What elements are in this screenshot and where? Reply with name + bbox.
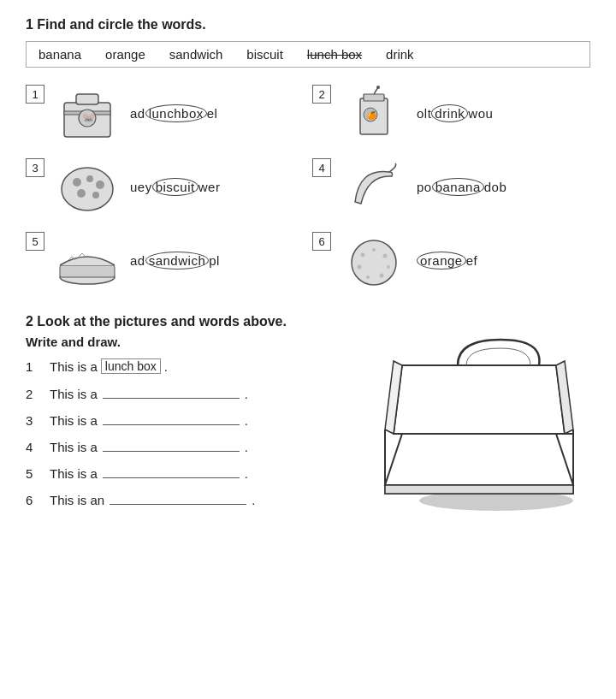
item-word-3: ueybiscuitwer [130, 178, 220, 196]
write-line-4: 4 This is a . [26, 438, 351, 454]
line-suffix-6: . [252, 493, 255, 507]
svg-point-15 [77, 189, 86, 198]
svg-rect-2 [76, 94, 98, 104]
svg-point-21 [372, 248, 376, 252]
answer-4[interactable] [103, 438, 240, 452]
item-image-2: 🍊 [340, 83, 408, 143]
word-bank: banana orange sandwich biscuit lunch box… [26, 41, 590, 68]
exercise-item-6: 6 orangeef [312, 230, 590, 290]
line-prefix-4: This is a [50, 440, 98, 454]
line-label-6: 6 [26, 493, 46, 507]
svg-rect-18 [60, 265, 115, 277]
item-image-1: 🐭 [53, 83, 121, 143]
line-label-4: 4 [26, 440, 46, 454]
item-word-5: adsandwichpl [130, 252, 220, 270]
item-word-2: oltdrinkwou [417, 104, 493, 122]
item-word-4: pobananadob [417, 178, 506, 196]
word-drink: drink [386, 47, 414, 62]
item-number-1: 1 [26, 85, 44, 104]
exercise-item-5: 5 adsandwichpl [26, 230, 304, 290]
answer-6[interactable] [110, 491, 246, 505]
item-number-4: 4 [312, 158, 331, 177]
svg-point-16 [92, 192, 99, 198]
line-label-3: 3 [26, 413, 46, 428]
write-line-6: 6 This is an . [26, 491, 351, 507]
answer-2[interactable] [103, 385, 240, 399]
item-word-1: adlunchboxel [130, 104, 217, 122]
word-biscuit: biscuit [246, 47, 283, 62]
item-number-2: 2 [312, 85, 331, 104]
svg-point-23 [387, 265, 390, 269]
svg-point-22 [383, 253, 388, 258]
svg-point-11 [62, 168, 113, 210]
line-label-1: 1 [26, 359, 46, 374]
section2-title: 2 Look at the pictures and words above. [26, 314, 351, 329]
svg-text:🐭: 🐭 [82, 111, 95, 124]
exercise-item-4: 4 pobananadob [312, 157, 590, 216]
line-suffix-1: . [164, 359, 168, 374]
word-lunchbox: lunch box [307, 47, 362, 62]
word-banana: banana [38, 47, 81, 62]
item-number-6: 6 [312, 232, 331, 251]
line-suffix-3: . [245, 413, 248, 428]
svg-point-25 [366, 275, 370, 279]
exercise-item-1: 1 🐭 adlunchboxel [26, 83, 304, 143]
section2-subtitle: Write and draw. [26, 335, 351, 349]
line-prefix-2: This is a [50, 387, 98, 401]
svg-point-12 [73, 178, 81, 187]
svg-text:🍊: 🍊 [367, 110, 377, 121]
section1-title: 1 Find and circle the words. [26, 17, 590, 33]
write-line-5: 5 This is a . [26, 465, 351, 481]
svg-point-20 [361, 252, 365, 257]
svg-point-8 [376, 86, 380, 89]
line-suffix-4: . [245, 440, 248, 454]
write-line-2: 2 This is a . [26, 385, 351, 401]
item-image-3 [53, 157, 121, 216]
item-number-5: 5 [26, 232, 44, 251]
exercise-item-2: 2 🍊 oltdrinkwou [312, 83, 590, 143]
line-suffix-2: . [245, 387, 248, 401]
svg-rect-6 [364, 94, 384, 101]
word-sandwich: sandwich [169, 47, 223, 62]
exercise-item-3: 3 ueybiscuitwer [26, 157, 304, 216]
line-suffix-5: . [245, 466, 248, 481]
item-image-4 [340, 157, 408, 216]
line-prefix-1: This is a [50, 359, 98, 374]
svg-marker-28 [385, 434, 573, 485]
write-line-1: 1 This is a lunch box . [26, 359, 351, 375]
write-line-3: 3 This is a . [26, 412, 351, 428]
svg-point-19 [352, 240, 396, 285]
section2-left: 2 Look at the pictures and words above. … [26, 314, 351, 518]
section1: 1 Find and circle the words. banana oran… [26, 17, 590, 290]
lunchbox-illustration [368, 314, 590, 511]
line-label-2: 2 [26, 387, 46, 401]
item-word-6: orangeef [417, 252, 477, 270]
line-prefix-3: This is a [50, 413, 98, 428]
item-image-6 [340, 230, 408, 290]
answer-3[interactable] [103, 412, 240, 425]
line-prefix-6: This is an [50, 493, 104, 507]
svg-point-13 [86, 175, 93, 182]
svg-point-26 [358, 264, 362, 269]
answer-1[interactable]: lunch box [101, 358, 161, 374]
item-number-3: 3 [26, 158, 44, 177]
exercise-grid: 1 🐭 adlunchboxel 2 [26, 83, 590, 290]
svg-point-24 [380, 273, 384, 277]
line-prefix-5: This is a [50, 466, 98, 481]
item-image-5 [53, 230, 121, 290]
svg-point-14 [96, 181, 104, 189]
word-orange: orange [105, 47, 145, 62]
svg-marker-30 [394, 365, 565, 434]
section2: 2 Look at the pictures and words above. … [26, 314, 590, 518]
answer-5[interactable] [103, 465, 240, 478]
svg-marker-36 [385, 485, 573, 494]
line-label-5: 5 [26, 466, 46, 481]
